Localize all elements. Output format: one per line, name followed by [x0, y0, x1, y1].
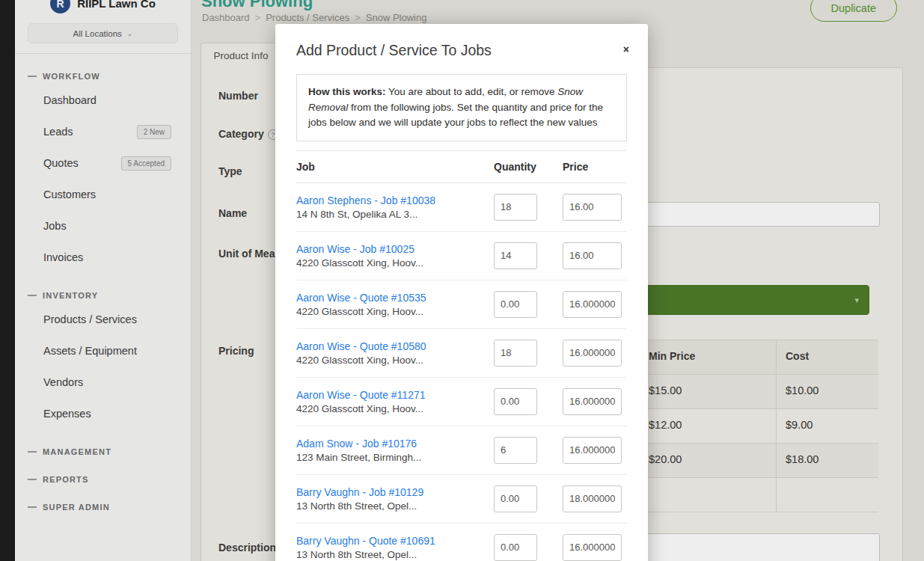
quantity-cell — [494, 194, 563, 221]
modal-header: Add Product / Service To Jobs × — [275, 24, 648, 67]
job-row: Aaron Wise - Quote #112714220 Glasscott … — [296, 378, 627, 426]
job-address: 4220 Glasscott Xing, Hoov... — [296, 257, 485, 269]
price-input[interactable] — [563, 437, 622, 464]
quantity-input[interactable] — [494, 291, 537, 318]
modal-intro: How this works: You are about to add, ed… — [296, 74, 627, 141]
quantity-input[interactable] — [494, 340, 537, 367]
price-cell — [563, 534, 627, 561]
price-input[interactable] — [563, 388, 622, 415]
job-link[interactable]: Aaron Wise - Job #10025 — [296, 243, 485, 255]
price-cell — [563, 388, 627, 415]
quantity-cell — [494, 291, 563, 318]
job-cell: Aaron Wise - Quote #105804220 Glasscott … — [296, 340, 494, 366]
job-row: Barry Vaughn - Job #1012913 North 8th St… — [296, 475, 627, 524]
price-input[interactable] — [563, 291, 622, 318]
job-cell: Aaron Stephens - Job #1003814 N 8th St, … — [296, 194, 494, 220]
price-cell — [563, 437, 627, 464]
job-cell: Barry Vaughn - Job #1012913 North 8th St… — [296, 486, 494, 512]
job-link[interactable]: Aaron Stephens - Job #10038 — [296, 194, 485, 206]
job-link[interactable]: Aaron Wise - Quote #10580 — [296, 340, 485, 352]
job-row: Aaron Wise - Quote #105804220 Glasscott … — [296, 329, 627, 378]
price-input[interactable] — [563, 485, 622, 512]
job-link[interactable]: Barry Vaughn - Job #10129 — [296, 486, 485, 498]
jobs-header-job: Job — [296, 161, 494, 173]
quantity-input[interactable] — [494, 388, 537, 415]
intro-text-before: You are about to add, edit, or remove — [386, 86, 558, 97]
price-cell — [563, 242, 627, 269]
job-address: 13 North 8th Street, Opel... — [296, 500, 485, 512]
quantity-input[interactable] — [494, 194, 537, 221]
job-address: 4220 Glasscott Xing, Hoov... — [296, 355, 485, 366]
close-icon[interactable]: × — [619, 43, 634, 55]
quantity-cell — [494, 340, 563, 367]
modal-jobs-table: Job Quantity Price Aaron Stephens - Job … — [296, 150, 627, 561]
job-address: 13 North 8th Street, Opel... — [296, 549, 485, 560]
jobs-table-header: Job Quantity Price — [296, 150, 627, 183]
job-link[interactable]: Adam Snow - Job #10176 — [296, 438, 485, 450]
quantity-cell — [494, 534, 563, 561]
intro-lead: How this works: — [308, 86, 386, 97]
price-input[interactable] — [563, 194, 622, 221]
job-link[interactable]: Aaron Wise - Quote #10535 — [296, 292, 485, 304]
jobs-header-price: Price — [563, 161, 627, 173]
app-root: R RIIPL Lawn Co All Locations ⌄ WORKFLOW… — [0, 0, 924, 561]
intro-text-after: from the following jobs. Set the quantit… — [308, 102, 603, 129]
modal-jobs-body: Aaron Stephens - Job #1003814 N 8th St, … — [296, 183, 627, 561]
price-cell — [563, 485, 627, 512]
quantity-input[interactable] — [494, 485, 537, 512]
job-row: Adam Snow - Job #10176123 Main Street, B… — [296, 426, 627, 475]
job-address: 14 N 8th St, Opelika AL 3... — [296, 209, 485, 220]
jobs-header-quantity: Quantity — [494, 161, 563, 173]
job-cell: Aaron Wise - Quote #105354220 Glasscott … — [296, 292, 494, 317]
price-cell — [563, 194, 627, 221]
quantity-input[interactable] — [494, 534, 537, 561]
price-cell — [563, 291, 627, 318]
price-cell — [563, 340, 627, 367]
job-row: Aaron Stephens - Job #1003814 N 8th St, … — [296, 183, 627, 232]
quantity-input[interactable] — [494, 242, 537, 269]
modal-title: Add Product / Service To Jobs — [296, 42, 627, 59]
price-input[interactable] — [563, 534, 622, 561]
job-address: 123 Main Street, Birmingh... — [296, 452, 485, 463]
job-cell: Adam Snow - Job #10176123 Main Street, B… — [296, 438, 494, 463]
quantity-cell — [494, 437, 563, 464]
job-row: Aaron Wise - Quote #105354220 Glasscott … — [296, 280, 627, 329]
price-input[interactable] — [563, 340, 622, 367]
job-cell: Aaron Wise - Job #100254220 Glasscott Xi… — [296, 243, 494, 269]
price-input[interactable] — [563, 242, 622, 269]
job-link[interactable]: Barry Vaughn - Quote #10691 — [296, 535, 485, 547]
job-address: 4220 Glasscott Xing, Hoov... — [296, 306, 485, 317]
job-cell: Aaron Wise - Quote #112714220 Glasscott … — [296, 389, 494, 414]
job-row: Aaron Wise - Job #100254220 Glasscott Xi… — [296, 232, 627, 280]
job-link[interactable]: Aaron Wise - Quote #11271 — [296, 389, 485, 401]
add-product-service-modal: Add Product / Service To Jobs × How this… — [275, 24, 648, 561]
quantity-cell — [494, 242, 563, 269]
quantity-cell — [494, 388, 563, 415]
quantity-input[interactable] — [494, 437, 537, 464]
quantity-cell — [494, 485, 563, 512]
job-address: 4220 Glasscott Xing, Hoov... — [296, 403, 485, 414]
job-row: Barry Vaughn - Quote #1069113 North 8th … — [296, 524, 627, 561]
job-cell: Barry Vaughn - Quote #1069113 North 8th … — [296, 535, 494, 560]
